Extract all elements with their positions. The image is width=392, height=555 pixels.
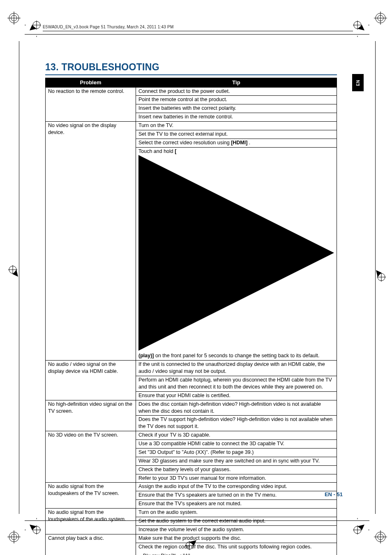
table-row: No video signal on the display device.Tu…: [46, 122, 337, 130]
tip-cell: Check if your TV is 3D capable.: [136, 431, 337, 440]
tip-cell: Make sure that the product supports the …: [136, 534, 337, 543]
tip-cell: Perform an HDMI cable hotplug, wherein y…: [136, 376, 337, 392]
col-header-problem: Problem: [46, 78, 136, 88]
table-row: No reaction to the remote control.Connec…: [46, 87, 337, 96]
tip-cell: Set the audio system to the correct exte…: [136, 517, 337, 525]
table-row: No audio signal from the loudspeakers of…: [46, 509, 337, 517]
crop-mark: [8, 265, 25, 282]
tip-cell: Ensure that your HDMI cable is certified…: [136, 391, 337, 400]
registration-mark: [374, 12, 387, 25]
problem-cell: No audio signal from the loudspeakers of…: [46, 509, 136, 534]
tip-cell: Touch and hold [ (play)] on the front pa…: [136, 147, 337, 361]
registration-mark: [374, 530, 387, 543]
col-header-tip: Tip: [136, 78, 337, 88]
language-tab: EN: [352, 74, 364, 91]
tip-cell: Ensure that the TV's speakers are turned…: [136, 491, 337, 500]
crop-mark: [353, 21, 369, 37]
troubleshooting-table: Problem Tip No reaction to the remote co…: [45, 78, 337, 555]
page-number: EN - 51: [325, 491, 343, 497]
tip-cell: Set "3D Output" to "Auto (XX)". (Refer t…: [136, 448, 337, 457]
tip-cell: Ensure that the TV's speakers are not mu…: [136, 500, 337, 509]
table-row: No audio signal from the loudspeakers of…: [46, 483, 337, 491]
table-row: No audio / video signal on the display d…: [46, 361, 337, 376]
page-frame: [25, 34, 369, 35]
tip-cell: Select the correct video resolution usin…: [136, 139, 337, 147]
crop-mark: [369, 265, 386, 282]
tip-cell: Set the TV to the correct external input…: [136, 130, 337, 139]
page-header-meta: E5WA0UD_EN_v3.book Page 51 Thursday, Mar…: [43, 25, 353, 29]
table-row: No 3D video on the TV screen.Check if yo…: [46, 431, 337, 440]
tip-cell: Assign the audio input of the TV to the …: [136, 483, 337, 491]
tip-cell: Connect the product to the power outlet.: [136, 87, 337, 96]
tip-cell: If the unit is connected to the unauthor…: [136, 361, 337, 376]
tip-cell: Does the disc contain high-definition vi…: [136, 400, 337, 416]
tip-cell: Turn on the TV.: [136, 122, 337, 130]
problem-cell: No 3D video on the TV screen.: [46, 431, 136, 483]
tip-cell: Check the battery levels of your glasses…: [136, 465, 337, 474]
registration-mark: [7, 12, 21, 25]
tip-cell: Use a 3D compatible HDMI cable to connec…: [136, 440, 337, 449]
tip-cell: Insert new batteries in the remote contr…: [136, 113, 337, 122]
svg-marker-52: [138, 155, 334, 351]
tip-cell: Turn on the audio system.: [136, 509, 337, 517]
tip-cell: Wear 3D glasses and make sure they are s…: [136, 457, 337, 465]
tip-cell: Refer to your 3D TV's user manual for mo…: [136, 474, 337, 483]
table-row: Cannot play back a disc.Make sure that t…: [46, 534, 337, 543]
problem-cell: No video signal on the display device.: [46, 122, 136, 361]
page-frame: [19, 41, 19, 514]
crop-mark: [25, 21, 41, 37]
tip-cell: Does the TV support high-definition vide…: [136, 416, 337, 431]
problem-cell: No high-definition video signal on the T…: [46, 400, 136, 431]
tip-cell: Insert the batteries with the correct po…: [136, 104, 337, 113]
problem-cell: No audio signal from the loudspeakers of…: [46, 483, 136, 509]
tip-cell: Increase the volume level of the audio s…: [136, 525, 337, 534]
table-row: No high-definition video signal on the T…: [46, 400, 337, 416]
tip-cell: Point the remote control at the product.: [136, 96, 337, 104]
problem-cell: Cannot play back a disc.: [46, 534, 136, 555]
registration-mark: [7, 530, 21, 543]
problem-cell: No audio / video signal on the display d…: [46, 361, 136, 400]
section-heading: 13. TROUBLESHOOTING: [45, 62, 337, 75]
page-frame: [375, 41, 376, 514]
problem-cell: No reaction to the remote control.: [46, 87, 136, 122]
tip-cell: Check the region code of the disc. This …: [136, 543, 337, 555]
header-rule: [43, 31, 353, 31]
